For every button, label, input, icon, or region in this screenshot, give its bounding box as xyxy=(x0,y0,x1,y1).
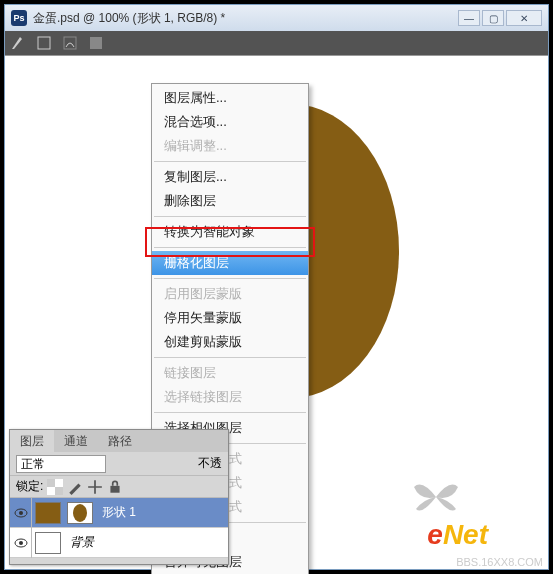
lock-position-icon[interactable] xyxy=(87,479,103,495)
svg-point-10 xyxy=(19,541,23,545)
tab-layers[interactable]: 图层 xyxy=(10,430,54,452)
menu-separator xyxy=(154,161,306,162)
layers-panel: 图层 通道 路径 正常 不透 锁定: 形状 1 背景 xyxy=(9,429,229,565)
panel-tabs: 图层 通道 路径 xyxy=(10,430,228,452)
pen-tool-icon[interactable] xyxy=(9,34,27,52)
menu-select-linked: 选择链接图层 xyxy=(152,385,308,409)
lock-row: 锁定: xyxy=(10,476,228,498)
maximize-button[interactable]: ▢ xyxy=(482,10,504,26)
layer-name: 背景 xyxy=(70,534,94,551)
titlebar: Ps 金蛋.psd @ 100% (形状 1, RGB/8) * — ▢ ✕ xyxy=(5,5,548,31)
menu-convert-smart-object[interactable]: 转换为智能对象 xyxy=(152,220,308,244)
tab-paths[interactable]: 路径 xyxy=(98,430,142,452)
lock-label: 锁定: xyxy=(16,478,43,495)
menu-enable-layer-mask: 启用图层蒙版 xyxy=(152,282,308,306)
menu-separator xyxy=(154,357,306,358)
svg-rect-2 xyxy=(90,37,102,49)
layer-color-thumb xyxy=(35,502,61,524)
app-icon: Ps xyxy=(11,10,27,26)
menu-link-layers: 链接图层 xyxy=(152,361,308,385)
menu-duplicate-layer[interactable]: 复制图层... xyxy=(152,165,308,189)
close-button[interactable]: ✕ xyxy=(506,10,542,26)
menu-rasterize-layer[interactable]: 栅格化图层 xyxy=(152,251,308,275)
menu-edit-adjustment: 编辑调整... xyxy=(152,134,308,158)
site-watermark: BBS.16XX8.COM xyxy=(456,556,543,568)
opacity-label: 不透 xyxy=(198,455,222,472)
layer-name: 形状 1 xyxy=(102,504,136,521)
visibility-icon[interactable] xyxy=(10,498,32,528)
lock-paint-icon[interactable] xyxy=(67,479,83,495)
visibility-icon[interactable] xyxy=(10,528,32,558)
app-window: Ps 金蛋.psd @ 100% (形状 1, RGB/8) * — ▢ ✕ e… xyxy=(4,4,549,570)
shape-layers-icon[interactable] xyxy=(35,34,53,52)
menu-create-clipping-mask[interactable]: 创建剪贴蒙版 xyxy=(152,330,308,354)
fill-pixels-icon[interactable] xyxy=(87,34,105,52)
menu-disable-vector-mask[interactable]: 停用矢量蒙版 xyxy=(152,306,308,330)
menu-separator xyxy=(154,278,306,279)
svg-rect-0 xyxy=(38,37,50,49)
layer-row-background[interactable]: 背景 xyxy=(10,528,228,558)
menu-separator xyxy=(154,247,306,248)
svg-rect-5 xyxy=(55,487,63,495)
layer-row-shape1[interactable]: 形状 1 xyxy=(10,498,228,528)
blend-mode-select[interactable]: 正常 xyxy=(16,455,106,473)
lock-transparency-icon[interactable] xyxy=(47,479,63,495)
menu-separator xyxy=(154,216,306,217)
paths-icon[interactable] xyxy=(61,34,79,52)
enet-logo: eNet xyxy=(427,519,488,551)
blend-row: 正常 不透 xyxy=(10,452,228,476)
window-title: 金蛋.psd @ 100% (形状 1, RGB/8) * xyxy=(33,10,225,27)
menu-layer-properties[interactable]: 图层属性... xyxy=(152,86,308,110)
svg-rect-6 xyxy=(111,485,120,492)
lock-all-icon[interactable] xyxy=(107,479,123,495)
tab-channels[interactable]: 通道 xyxy=(54,430,98,452)
butterfly-watermark xyxy=(412,479,460,515)
svg-point-8 xyxy=(19,511,23,515)
minimize-button[interactable]: — xyxy=(458,10,480,26)
menu-delete-layer[interactable]: 删除图层 xyxy=(152,189,308,213)
options-bar xyxy=(5,31,548,55)
menu-blending-options[interactable]: 混合选项... xyxy=(152,110,308,134)
menu-separator xyxy=(154,412,306,413)
svg-rect-4 xyxy=(47,479,55,487)
layer-mask-thumb xyxy=(67,502,93,524)
layer-thumb xyxy=(35,532,61,554)
